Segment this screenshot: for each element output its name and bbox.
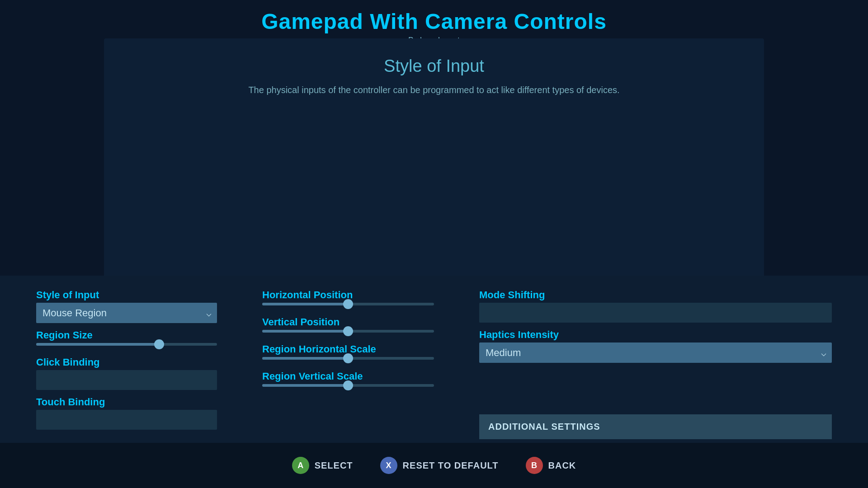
region-horizontal-scale-thumb[interactable] <box>343 353 353 363</box>
style-of-input-select[interactable]: Mouse Region Joystick Trackpad None <box>36 303 217 323</box>
reset-circle: X <box>380 457 397 474</box>
left-column: Style of Input Mouse Region Joystick Tra… <box>36 289 217 429</box>
back-circle: B <box>526 457 543 474</box>
section-title: Style of Input <box>384 56 484 76</box>
mode-shifting-group: Mode Shifting <box>479 289 832 323</box>
click-binding-label: Click Binding <box>36 357 217 368</box>
select-label: SELECT <box>315 460 353 471</box>
region-size-label: Region Size <box>36 329 217 341</box>
region-horizontal-scale-track[interactable] <box>262 357 434 360</box>
vertical-position-fill <box>262 330 348 333</box>
vertical-position-track[interactable] <box>262 330 434 333</box>
mode-shifting-input[interactable] <box>479 303 832 323</box>
region-size-fill <box>36 343 159 346</box>
click-binding-group: Click Binding <box>36 357 217 390</box>
style-of-input-group: Style of Input Mouse Region Joystick Tra… <box>36 289 217 323</box>
click-binding-input[interactable] <box>36 370 217 390</box>
footer-bar: A SELECT X RESET TO DEFAULT B BACK <box>0 443 868 488</box>
region-size-thumb[interactable] <box>154 339 164 349</box>
touch-binding-group: Touch Binding <box>36 396 217 430</box>
back-label: BACK <box>548 460 576 471</box>
app-title: Gamepad With Camera Controls <box>0 9 868 34</box>
region-vertical-scale-fill <box>262 384 348 387</box>
region-vertical-scale-thumb[interactable] <box>343 380 353 390</box>
middle-column: Horizontal Position Vertical Position Re… <box>244 289 434 429</box>
reset-label: RESET TO DEFAULT <box>403 460 499 471</box>
style-of-input-label: Style of Input <box>36 289 217 301</box>
section-description: The physical inputs of the controller ca… <box>248 85 619 95</box>
horizontal-position-track[interactable] <box>262 303 434 305</box>
select-button[interactable]: A SELECT <box>292 457 353 474</box>
region-vertical-scale-track[interactable] <box>262 384 434 387</box>
bottom-panel: Style of Input Mouse Region Joystick Tra… <box>0 276 868 443</box>
back-button[interactable]: B BACK <box>526 457 576 474</box>
region-size-track[interactable] <box>36 343 217 346</box>
haptics-intensity-label: Haptics Intensity <box>479 329 832 341</box>
additional-settings-container: ADDITIONAL SETTINGS <box>479 369 832 439</box>
horizontal-position-group: Horizontal Position <box>262 289 434 305</box>
horizontal-position-thumb[interactable] <box>343 299 353 309</box>
style-of-input-wrapper: Mouse Region Joystick Trackpad None ⌵ <box>36 303 217 323</box>
reset-to-default-button[interactable]: X RESET TO DEFAULT <box>380 457 499 474</box>
region-vertical-scale-group: Region Vertical Scale <box>262 371 434 387</box>
horizontal-position-fill <box>262 303 348 305</box>
right-column: Mode Shifting Haptics Intensity None Low… <box>461 289 832 429</box>
select-circle: A <box>292 457 309 474</box>
touch-binding-label: Touch Binding <box>36 396 217 408</box>
region-horizontal-scale-group: Region Horizontal Scale <box>262 343 434 360</box>
haptics-intensity-select[interactable]: None Low Medium High <box>479 343 832 363</box>
mode-shifting-label: Mode Shifting <box>479 289 832 301</box>
vertical-position-group: Vertical Position <box>262 316 434 333</box>
region-size-group: Region Size <box>36 329 217 346</box>
haptics-intensity-wrapper: None Low Medium High ⌵ <box>479 343 832 363</box>
additional-settings-button[interactable]: ADDITIONAL SETTINGS <box>479 414 832 439</box>
vertical-position-thumb[interactable] <box>343 326 353 336</box>
haptics-intensity-group: Haptics Intensity None Low Medium High ⌵ <box>479 329 832 363</box>
touch-binding-input[interactable] <box>36 410 217 430</box>
region-horizontal-scale-fill <box>262 357 348 360</box>
